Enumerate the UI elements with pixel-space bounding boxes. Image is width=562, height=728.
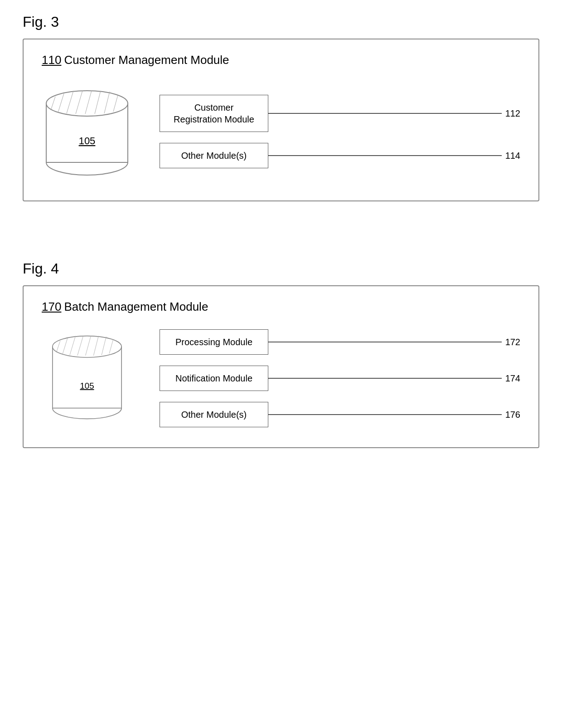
fig4-module-row-176: Other Module(s) 176: [160, 402, 520, 427]
fig3-database: 105: [42, 81, 132, 182]
fig3-module-box-112: CustomerRegistration Module: [160, 95, 268, 132]
fig3-module-box-114: Other Module(s): [160, 143, 268, 168]
fig4-title-text: Batch Management Module: [64, 300, 208, 313]
fig3-label: Fig. 3: [23, 14, 539, 30]
fig4-module-box-174: Notification Module: [160, 366, 268, 391]
svg-text:105: 105: [79, 135, 96, 147]
fig4-database: 105: [42, 327, 132, 429]
fig3-ref-114: 114: [502, 151, 520, 161]
fig3-container: 110Customer Management Module: [23, 39, 539, 201]
fig4-ref-num: 170: [42, 300, 61, 313]
fig4-module-box-172: Processing Module: [160, 329, 268, 355]
fig3-connector-112: [268, 113, 502, 114]
fig4-connector-172: [268, 342, 502, 342]
fig4-ref-172: 172: [502, 337, 520, 347]
fig3-connector-114: [268, 155, 502, 156]
fig3-db-svg: 105: [42, 81, 132, 181]
fig3-module-row-112: CustomerRegistration Module 112: [160, 95, 520, 132]
fig4-connector-174: [268, 378, 502, 379]
fig4-container: 170Batch Management Module 105: [23, 285, 539, 448]
svg-text:105: 105: [80, 381, 94, 391]
fig4-label: Fig. 4: [23, 260, 539, 277]
fig3-title: 110Customer Management Module: [42, 53, 520, 67]
fig3-module-row-114: Other Module(s) 114: [160, 143, 520, 168]
fig4-title: 170Batch Management Module: [42, 300, 520, 314]
fig3-ref-num: 110: [42, 53, 61, 67]
fig4-ref-176: 176: [502, 410, 520, 420]
fig4-db-svg: 105: [42, 327, 132, 427]
fig3-ref-112: 112: [502, 108, 520, 119]
fig4-connector-176: [268, 414, 502, 415]
fig3-title-text: Customer Management Module: [64, 53, 229, 67]
fig4-module-box-176: Other Module(s): [160, 402, 268, 427]
fig3-modules-list: CustomerRegistration Module 112 Other Mo…: [160, 95, 520, 168]
fig4-ref-174: 174: [502, 373, 520, 384]
fig4-module-row-174: Notification Module 174: [160, 366, 520, 391]
fig4-modules-list: Processing Module 172 Notification Modul…: [160, 329, 520, 427]
fig3-body: 105 CustomerRegistration Module 112 Othe…: [42, 81, 520, 182]
fig4-module-row-172: Processing Module 172: [160, 329, 520, 355]
fig4-body: 105 Processing Module 172 Notification M…: [42, 327, 520, 429]
